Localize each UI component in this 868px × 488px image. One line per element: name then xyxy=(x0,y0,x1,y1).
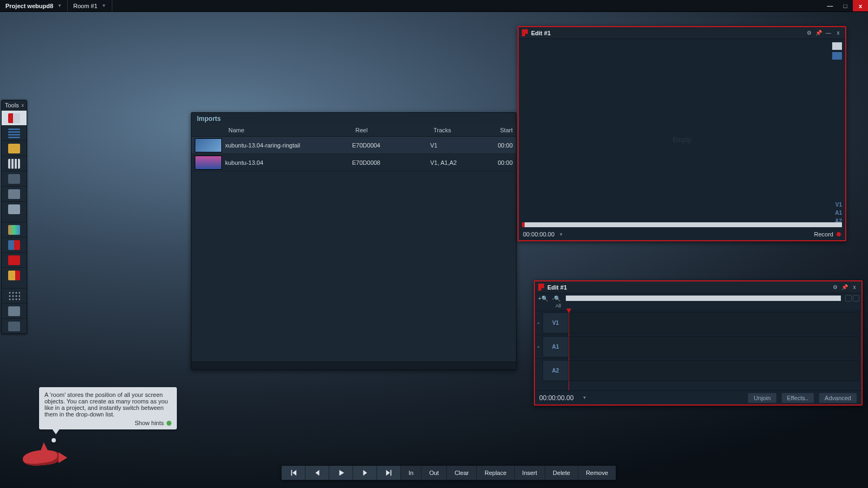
col-tracks[interactable]: Tracks xyxy=(430,127,495,133)
shark-mascot[interactable] xyxy=(21,442,64,467)
track-label[interactable]: V1 xyxy=(542,312,569,333)
list-icon[interactable] xyxy=(832,52,842,60)
bins-tool[interactable] xyxy=(2,125,27,140)
mark-in-button[interactable]: In xyxy=(401,466,422,480)
viewer-timecode[interactable]: 00:00:00.00 xyxy=(523,231,554,237)
tools-title-bar[interactable]: Tools x xyxy=(2,100,27,110)
scopes-icon xyxy=(8,225,20,235)
track-label[interactable]: A1 xyxy=(542,336,569,357)
folder-icon[interactable] xyxy=(832,42,842,50)
chevron-down-icon[interactable]: ▼ xyxy=(559,232,563,237)
hint-text: A 'room' stores the position of all your… xyxy=(44,391,171,418)
scopes-tool[interactable] xyxy=(2,222,27,237)
track-lane[interactable] xyxy=(569,360,859,381)
edit-viewer-title: Edit #1 xyxy=(531,30,551,36)
imports-row[interactable]: xubuntu-13.04-raring-ringtail E70D0004 V… xyxy=(192,137,516,154)
grid-tool[interactable] xyxy=(2,156,27,171)
close-icon[interactable]: x xyxy=(834,29,842,37)
timeline-tracks: ▸ V1 ▸ A1 A2 xyxy=(535,311,861,390)
close-icon[interactable]: x xyxy=(22,102,24,108)
track-label[interactable]: A2 xyxy=(542,360,569,381)
unjoin-button[interactable]: Unjoin xyxy=(748,393,776,403)
timeline-ruler[interactable] xyxy=(566,296,841,301)
loop-start-icon[interactable] xyxy=(845,295,852,301)
all-tracks-label[interactable]: All xyxy=(535,303,861,311)
apps-tool[interactable] xyxy=(2,288,27,303)
storage-tool[interactable] xyxy=(2,171,27,186)
gear-icon[interactable]: ⚙ xyxy=(805,29,813,37)
expand-icon[interactable]: ▸ xyxy=(535,311,542,335)
col-start[interactable]: Start xyxy=(495,127,516,133)
import-tool[interactable] xyxy=(2,110,27,125)
hint-bubble: A 'room' stores the position of all your… xyxy=(39,387,177,429)
timeline-timecode[interactable]: 00:00:00.00 xyxy=(539,394,573,402)
close-icon[interactable]: x xyxy=(851,284,858,291)
play-button[interactable] xyxy=(329,466,353,480)
timeline-track: ▸ V1 xyxy=(535,311,861,335)
expand-icon[interactable]: ▸ xyxy=(535,335,542,358)
imports-column-header: Name Reel Tracks Start xyxy=(192,124,516,137)
go-end-button[interactable] xyxy=(377,466,401,480)
insert-button[interactable]: Insert xyxy=(515,466,546,480)
pin-icon[interactable]: 📌 xyxy=(815,29,822,37)
imports-scrollbar[interactable] xyxy=(192,362,516,369)
menu-spacer xyxy=(112,0,822,11)
mark-out-button[interactable]: Out xyxy=(422,466,447,480)
track-lane[interactable] xyxy=(569,312,859,333)
chevron-down-icon[interactable]: ▼ xyxy=(582,395,586,400)
timeline-body: +🔍 -🔍 All ▸ V1 ▸ A1 A2 xyxy=(535,293,861,404)
zoom-out-icon[interactable]: -🔍 xyxy=(551,296,561,301)
pin-icon[interactable]: 📌 xyxy=(841,284,848,291)
menu-bar: Project webupd8 ▼ Room #1 ▼ — □ x xyxy=(0,0,868,12)
output-tool[interactable] xyxy=(2,186,27,201)
close-button[interactable]: x xyxy=(853,0,868,11)
minimize-button[interactable]: — xyxy=(822,0,838,11)
maximize-button[interactable]: □ xyxy=(838,0,853,11)
cell-start: 00:00 xyxy=(495,159,516,166)
folder-tool[interactable] xyxy=(2,140,27,156)
display-tool[interactable] xyxy=(2,318,27,333)
advanced-button[interactable]: Advanced xyxy=(819,393,857,403)
cut-tool[interactable] xyxy=(2,252,27,267)
project-menu[interactable]: Project webupd8 ▼ xyxy=(0,0,68,11)
step-forward-button[interactable] xyxy=(353,466,377,480)
export-tool[interactable] xyxy=(2,267,27,282)
edit-timeline-header[interactable]: Edit #1 ⚙ 📌 x xyxy=(535,281,861,293)
tools-title-label: Tools xyxy=(5,102,19,108)
go-start-button[interactable] xyxy=(282,466,305,480)
room-menu[interactable]: Room #1 ▼ xyxy=(68,0,112,11)
playhead[interactable] xyxy=(569,311,569,390)
delete-button[interactable]: Delete xyxy=(545,466,578,480)
step-back-button[interactable] xyxy=(305,466,329,480)
expand-icon[interactable] xyxy=(535,359,542,382)
record-label[interactable]: Record xyxy=(814,231,833,237)
remove-button[interactable]: Remove xyxy=(578,466,616,480)
zoom-in-icon[interactable]: +🔍 xyxy=(537,296,549,301)
edit-viewer-header[interactable]: Edit #1 ⚙ 📌 — x xyxy=(519,27,845,39)
hint-toggle-icon[interactable] xyxy=(167,421,171,426)
col-name[interactable]: Name xyxy=(225,127,352,133)
minimize-icon[interactable]: — xyxy=(825,29,832,37)
show-hints-label[interactable]: Show hints xyxy=(135,420,164,426)
playhead-marker[interactable] xyxy=(522,222,525,227)
track-lane[interactable] xyxy=(569,336,859,357)
loop-end-icon[interactable] xyxy=(853,295,859,301)
clear-button[interactable]: Clear xyxy=(447,466,477,480)
transport-bar: In Out Clear Replace Insert Delete Remov… xyxy=(281,465,616,480)
keypad-tool[interactable] xyxy=(2,237,27,252)
viewer-scrub-bar[interactable] xyxy=(522,222,842,227)
users-tool[interactable] xyxy=(2,303,27,318)
effects-button[interactable]: Effects.. xyxy=(781,393,815,403)
cell-reel: E70D0004 xyxy=(352,142,430,149)
replace-button[interactable]: Replace xyxy=(477,466,514,480)
imports-row[interactable]: kubuntu-13.04 E70D0008 V1, A1,A2 00:00 xyxy=(192,154,516,171)
col-reel[interactable]: Reel xyxy=(352,127,430,133)
gear-icon[interactable]: ⚙ xyxy=(831,284,839,291)
disk-tool[interactable] xyxy=(2,201,27,216)
viewer-body[interactable]: Empty V1 A1 A2 00:00:00.00 ▼ Record xyxy=(519,39,845,240)
clip-thumbnail xyxy=(195,156,222,170)
edit-timeline-title: Edit #1 xyxy=(547,284,567,291)
cell-tracks: V1 xyxy=(430,142,495,149)
record-icon[interactable] xyxy=(837,232,841,236)
track-label: A1 xyxy=(835,209,842,217)
